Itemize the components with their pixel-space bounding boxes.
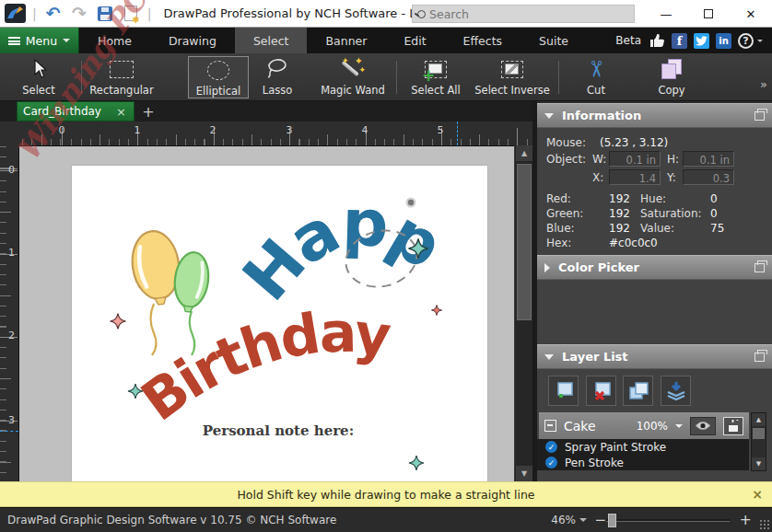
hex-label: Hex: [546,237,571,249]
balloon-yellow[interactable] [128,228,184,307]
window-resize-grip[interactable] [759,519,769,529]
save-button[interactable] [95,4,115,24]
collapse-triangle-icon[interactable] [544,354,554,360]
new-document-button[interactable] [121,4,141,24]
tab-suite[interactable]: Suite [521,28,587,53]
undo-button[interactable]: ↶ [43,4,64,24]
layer-lock-button[interactable] [723,417,743,435]
tab-home[interactable]: Home [79,28,150,53]
select-all-icon: + [402,56,470,82]
scrollbar-thumb[interactable] [753,428,765,439]
help-icon[interactable]: ? [738,33,754,49]
popout-icon[interactable] [754,263,765,272]
tool-cut[interactable]: ✂ Cut [569,56,623,98]
layer-list-panel-header[interactable]: Layer List [537,344,772,369]
height-field[interactable]: 0.1 in [683,151,734,167]
close-button[interactable]: ✕ [730,0,772,28]
collapse-layer-icon[interactable] [544,420,556,432]
width-field[interactable]: 0.1 in [609,151,661,167]
select-toolbar: Select Rectangular Elliptical Lasso ✦✦✦ … [0,53,772,101]
duplicate-layer-button[interactable] [623,376,653,406]
popout-icon[interactable] [754,111,765,121]
notification-close-icon[interactable]: × [752,487,763,502]
expand-triangle-icon[interactable] [544,263,550,272]
popout-icon[interactable] [754,353,765,362]
color-picker-panel-header[interactable]: Color Picker [537,255,772,280]
canvas-vertical-scrollbar[interactable]: ▲ ▼ [514,145,532,481]
layer-opacity-value[interactable]: 100% [637,420,668,433]
facebook-icon[interactable]: f [672,33,687,49]
minimize-button[interactable]: — [645,0,687,28]
scroll-up-button[interactable]: ▲ [752,413,766,426]
menu-button[interactable]: Menu [0,28,79,53]
card-page[interactable]: Happy Birthday Per [71,165,488,481]
hue-value: 0 [710,192,718,205]
collapse-triangle-icon[interactable] [544,113,554,119]
cut-scissors-icon: ✂ [585,60,607,78]
menu-bar: Menu Home Drawing Select Banner Edit Eff… [0,28,772,53]
twitter-icon[interactable] [694,33,709,49]
delete-layer-icon [591,380,613,402]
delete-layer-button[interactable] [586,376,616,406]
zoom-in-button[interactable]: + [740,511,752,528]
document-tab-card-birthday[interactable]: Card_Birthday × [17,101,135,121]
zoom-slider[interactable] [606,519,730,522]
tab-select[interactable]: Select [235,28,308,53]
redo-button[interactable]: ↷ [69,4,89,24]
canvas-viewport[interactable]: Happy Birthday Per [18,145,514,481]
tool-copy[interactable]: Copy [637,56,706,98]
merge-layers-button[interactable] [661,376,691,406]
y-field[interactable]: 0.3 [683,169,734,185]
layer-item-spray-paint-stroke[interactable]: ✓ Spray Paint Stroke [537,439,749,455]
zoom-dropdown-icon[interactable] [579,518,587,522]
add-layer-button[interactable] [548,376,579,406]
layer-row-cake[interactable]: Cake 100% [539,412,749,439]
magic-wand-icon: ✦✦✦ [311,56,394,82]
color-picker-panel-title: Color Picker [558,260,639,274]
layer-item-pen-stroke[interactable]: ✓ Pen Stroke [537,455,749,470]
scroll-down-button[interactable]: ▼ [516,466,532,481]
search-box[interactable] [412,5,635,23]
zoom-level-value[interactable]: 46% [551,514,576,526]
tool-select-all[interactable]: + Select All [402,56,470,98]
scroll-down-button[interactable]: ▼ [752,457,766,470]
add-layer-icon [553,380,575,402]
layer-item-label: Spray Paint Stroke [565,441,666,454]
add-document-tab-button[interactable]: + [140,102,157,121]
tab-effects[interactable]: Effects [445,28,521,53]
checkbox-checked-icon[interactable]: ✓ [545,457,557,468]
help-chevron-icon[interactable] [757,40,763,42]
layer-visibility-button[interactable] [690,417,716,435]
zoom-out-button[interactable]: − [594,512,606,528]
document-tab-close-icon[interactable]: × [114,105,128,119]
card-word-birthday[interactable]: Birthday [129,300,394,434]
thumbs-up-icon[interactable] [649,33,665,48]
layer-list-scrollbar[interactable]: ▲ ▼ [751,412,766,471]
opacity-dropdown-icon[interactable] [675,424,683,428]
tool-lasso[interactable]: Lasso [251,56,304,98]
card-word-happy[interactable]: Happy [72,166,452,315]
linkedin-icon[interactable]: in [716,33,731,49]
v-ruler-label: 1 [8,247,15,259]
tool-elliptical[interactable]: Elliptical [188,56,249,98]
tool-magic-wand[interactable]: ✦✦✦ Magic Wand [311,56,394,98]
tab-drawing[interactable]: Drawing [150,28,235,53]
maximize-button[interactable] [687,0,730,28]
merge-layers-icon [665,380,687,402]
scroll-up-button[interactable]: ▲ [516,145,532,161]
scrollbar-thumb[interactable] [517,164,532,320]
zoom-slider-thumb[interactable] [608,514,616,527]
tab-edit[interactable]: Edit [385,28,444,53]
card-note-text[interactable]: Personal note here: [203,422,354,439]
x-field[interactable]: 1.4 [609,169,661,185]
v-ruler-label: 0 [8,164,15,176]
checkbox-checked-icon[interactable]: ✓ [545,441,557,453]
tool-select[interactable]: Select [6,56,72,98]
h-ruler-label: 0 [59,124,65,136]
tool-rectangular[interactable]: Rectangular [87,56,157,98]
tool-select-inverse[interactable]: Select Inverse [472,56,553,98]
toolbar-overflow-button[interactable]: » [760,77,767,91]
search-input[interactable] [429,7,614,21]
tab-banner[interactable]: Banner [307,28,385,53]
information-panel-header[interactable]: Information [537,103,772,128]
